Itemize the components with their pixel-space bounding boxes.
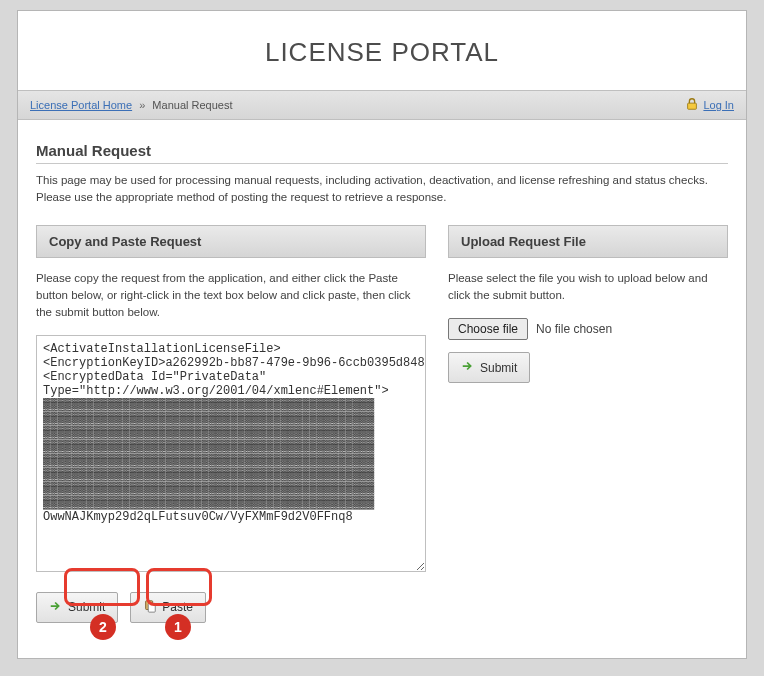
request-textarea[interactable] <box>36 335 426 572</box>
login-link[interactable]: Log In <box>685 97 734 113</box>
login-label: Log In <box>703 99 734 111</box>
header: LICENSE PORTAL <box>18 11 746 90</box>
breadcrumb-home-link[interactable]: License Portal Home <box>30 99 132 111</box>
annotation-badge-1: 1 <box>165 614 191 640</box>
svg-rect-2 <box>149 603 156 612</box>
submit-label: Submit <box>68 600 105 614</box>
upload-instructions: Please select the file you wish to uploa… <box>448 270 728 305</box>
page-description: This page may be used for processing man… <box>36 172 728 207</box>
panel-header-copy: Copy and Paste Request <box>36 225 426 258</box>
breadcrumb-current: Manual Request <box>152 99 232 111</box>
title-divider <box>36 163 728 164</box>
upload-submit-label: Submit <box>480 361 517 375</box>
breadcrumb-separator: » <box>139 99 145 111</box>
breadcrumb: License Portal Home » Manual Request <box>30 99 232 111</box>
breadcrumb-bar: License Portal Home » Manual Request Log… <box>18 90 746 120</box>
paste-icon <box>143 599 157 616</box>
panel-header-upload: Upload Request File <box>448 225 728 258</box>
upload-panel: Upload Request File Please select the fi… <box>448 225 728 623</box>
app-title: LICENSE PORTAL <box>18 37 746 68</box>
annotation-badge-2: 2 <box>90 614 116 640</box>
file-status: No file chosen <box>536 320 612 338</box>
page-title: Manual Request <box>36 142 728 159</box>
arrow-right-icon <box>461 359 475 376</box>
copy-paste-panel: Copy and Paste Request Please copy the r… <box>36 225 426 623</box>
choose-file-button[interactable]: Choose file <box>448 318 528 340</box>
arrow-right-icon <box>49 599 63 616</box>
upload-submit-button[interactable]: Submit <box>448 352 530 383</box>
svg-rect-0 <box>688 103 697 109</box>
copy-instructions: Please copy the request from the applica… <box>36 270 426 322</box>
lock-icon <box>685 97 699 113</box>
paste-label: Paste <box>162 600 193 614</box>
